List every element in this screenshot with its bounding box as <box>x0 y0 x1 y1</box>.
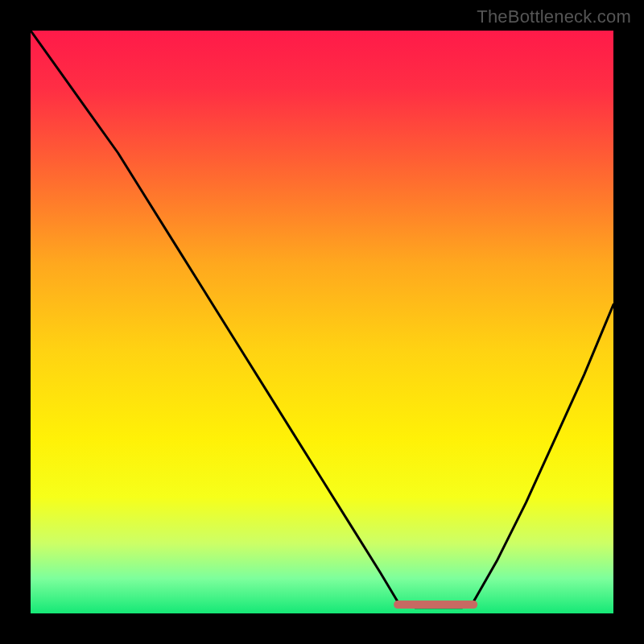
outer-black-frame: TheBottleneck.com <box>0 0 644 644</box>
watermark-text: TheBottleneck.com <box>477 6 631 27</box>
plot-area <box>31 31 613 613</box>
bottleneck-curve <box>31 31 613 608</box>
bottleneck-curve-layer <box>31 31 613 613</box>
